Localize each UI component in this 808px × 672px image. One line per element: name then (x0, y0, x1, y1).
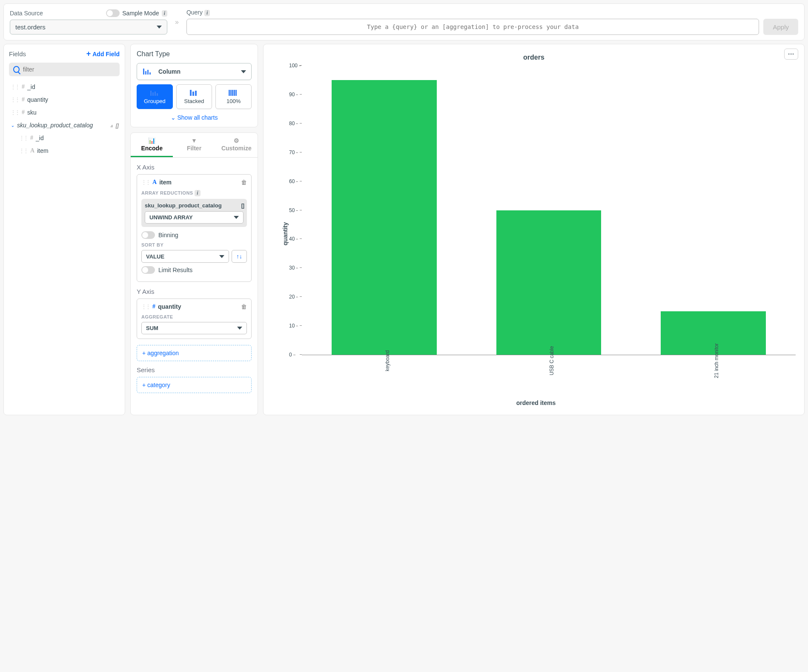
xaxis-field: item (159, 179, 172, 186)
field-item[interactable]: ⋮⋮item (17, 144, 120, 157)
svg-rect-2 (147, 70, 149, 75)
chart-type-title: Chart Type (137, 50, 252, 58)
bar[interactable] (496, 210, 602, 355)
chart-type-select[interactable]: Column (137, 63, 252, 80)
sortby-select[interactable]: VALUE (141, 250, 229, 263)
svg-rect-12 (230, 90, 232, 96)
sort-direction[interactable]: ↑↓ (232, 250, 247, 263)
svg-rect-11 (229, 90, 230, 96)
info-icon[interactable]: i (162, 10, 167, 17)
chart-type-box: Chart Type Column Grouped Stacked 100% (130, 44, 258, 127)
subtype-100[interactable]: 100% (215, 84, 252, 109)
ytick: 90 (289, 92, 295, 98)
array-field: sku_lookup_product_catalog (145, 202, 222, 209)
chevron-down-icon (241, 70, 246, 73)
delete-icon[interactable]: 🗑 (241, 303, 247, 310)
field-lookup[interactable]: ⌄ sku_lookup_product_catalog ₼ (9, 119, 120, 132)
svg-rect-3 (149, 72, 151, 75)
chevron-down-icon (157, 26, 162, 29)
xaxis-label: X Axis (137, 164, 252, 171)
bar-label: USB C cable (549, 346, 555, 376)
chart-panel: ··· orders quantity 01020304050607080901… (263, 44, 805, 415)
show-all-charts[interactable]: ⌄ Show all charts (137, 114, 252, 121)
data-source-label: Data Source (10, 10, 43, 17)
column-icon (142, 68, 154, 75)
binoculars-icon: ₼ (110, 122, 113, 129)
field-item[interactable]: ⋮⋮sku (9, 106, 120, 119)
fields-title: Fields (9, 50, 26, 57)
encode-icon: 📊 (132, 137, 171, 144)
tab-filter[interactable]: ▼Filter (173, 133, 215, 157)
query-section: Query i Apply (186, 9, 798, 35)
field-item[interactable]: ⋮⋮_id (9, 80, 120, 93)
xaxis-title: ordered items (516, 399, 556, 406)
delete-icon[interactable]: 🗑 (241, 179, 247, 186)
svg-rect-4 (150, 91, 152, 96)
tab-customize[interactable]: ⚙Customize (215, 133, 258, 157)
encode-panel: 📊Encode ▼Filter ⚙Customize X Axis ⋮⋮ ite… (130, 132, 258, 415)
bar-column: keyboard (322, 66, 446, 355)
subtype-grouped[interactable]: Grouped (137, 84, 173, 109)
field-item[interactable]: ⋮⋮quantity (9, 93, 120, 106)
customize-icon: ⚙ (217, 137, 256, 144)
svg-rect-9 (192, 92, 194, 96)
svg-rect-5 (152, 92, 154, 96)
yaxis-title: quantity (282, 222, 289, 245)
svg-rect-10 (195, 91, 197, 96)
apply-button[interactable]: Apply (763, 19, 798, 35)
stacked-icon (188, 89, 200, 97)
yaxis-box: ⋮⋮ quantity 🗑 AGGREGATE SUM (137, 299, 252, 339)
series-label: Series (137, 366, 252, 373)
plus-icon: + (86, 49, 91, 58)
data-source-select[interactable]: test.orders (10, 20, 167, 34)
brackets-icon (116, 122, 118, 129)
arrows-icon: » (175, 18, 179, 26)
chart-area: quantity 0102030405060708090100 keyboard… (276, 66, 796, 402)
info-icon[interactable]: i (195, 190, 201, 196)
info-icon[interactable]: i (204, 10, 210, 16)
bar-label: keyboard (384, 350, 390, 371)
ytick: 40 (289, 236, 295, 242)
binning-toggle[interactable] (141, 231, 155, 239)
fields-panel: Fields + Add Field ⋮⋮_id ⋮⋮quantity ⋮⋮sk… (3, 44, 125, 415)
subtype-stacked[interactable]: Stacked (176, 84, 212, 109)
chevron-down-icon (219, 255, 224, 258)
ytick: 20 (289, 294, 295, 300)
config-panel: Chart Type Column Grouped Stacked 100% (130, 44, 258, 415)
sample-mode-toggle[interactable] (106, 9, 120, 17)
aggregate-select[interactable]: SUM (141, 322, 247, 334)
svg-rect-7 (157, 93, 158, 96)
ytick: 60 (289, 178, 295, 184)
add-aggregation[interactable]: + aggregation (137, 345, 252, 361)
chart-title: orders (268, 49, 800, 61)
sample-mode-label: Sample Mode (122, 10, 159, 17)
chevron-down-icon (237, 327, 242, 330)
search-icon (13, 66, 20, 73)
ytick: 80 (289, 121, 295, 126)
fields-filter[interactable] (9, 63, 120, 76)
ytick: 50 (289, 207, 295, 213)
data-source-section: Data Source Sample Mode i test.orders (10, 9, 167, 34)
add-category[interactable]: + category (137, 377, 252, 393)
ytick: 30 (289, 265, 295, 271)
grouped-icon (149, 89, 160, 97)
data-source-value: test.orders (15, 23, 46, 31)
fields-filter-input[interactable] (23, 66, 115, 73)
svg-rect-13 (232, 90, 233, 96)
query-input[interactable] (186, 19, 759, 35)
add-field-button[interactable]: + Add Field (86, 49, 120, 58)
unwind-select[interactable]: UNWIND ARRAY (145, 211, 244, 224)
svg-rect-6 (155, 92, 156, 96)
yaxis-field: quantity (158, 303, 181, 310)
chart-menu-button[interactable]: ··· (784, 49, 798, 60)
chevron-down-icon: ⌄ (11, 123, 14, 128)
tab-encode[interactable]: 📊Encode (131, 133, 173, 157)
limit-toggle[interactable] (141, 266, 155, 274)
svg-rect-0 (143, 69, 144, 75)
xaxis-box: ⋮⋮ item 🗑 ARRAY REDUCTIONS i sku_lookup_… (137, 174, 252, 282)
svg-rect-1 (145, 71, 146, 75)
bar[interactable] (332, 80, 437, 355)
ytick: 70 (289, 149, 295, 155)
ytick: 10 (289, 323, 295, 329)
field-item[interactable]: ⋮⋮_id (17, 132, 120, 144)
